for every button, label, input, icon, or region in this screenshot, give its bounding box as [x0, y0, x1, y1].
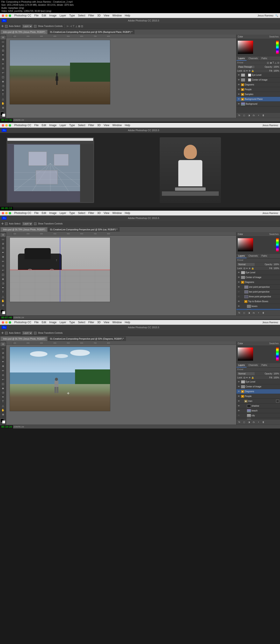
lock-transparent-icon[interactable]: ⊡: [244, 70, 245, 72]
menu-3d-3[interactable]: 3D: [97, 212, 101, 214]
blend-mode-select-1[interactable]: Pass Through: [237, 65, 255, 68]
menu-filter-2[interactable]: Filter: [88, 124, 94, 127]
vis-center-4[interactable]: 👁: [237, 385, 240, 388]
new-layer-btn[interactable]: +: [257, 114, 261, 117]
swatches-tab-3[interactable]: Swatches: [269, 233, 279, 236]
menu-3d-4[interactable]: 3D: [97, 321, 101, 324]
minimize-button[interactable]: [5, 14, 8, 17]
layer-boxes-3[interactable]: 👁 boxes: [237, 304, 280, 309]
layer-item-people-1[interactable]: 👁 ▶ People: [237, 87, 280, 92]
menu-3d[interactable]: 3D: [97, 14, 101, 17]
blend-mode-4[interactable]: Normal: [237, 372, 255, 375]
menu-3d-2[interactable]: 3D: [97, 124, 101, 127]
crop-tool-4[interactable]: ⊡: [0, 356, 6, 359]
tab-intro-1[interactable]: Intro.psd @ 56.79% (Jesus Photo, RGB/8*): [1, 30, 47, 34]
paths-tab-1[interactable]: Paths: [260, 56, 269, 61]
close-btn-3[interactable]: [2, 212, 4, 214]
vis-city-4[interactable]: 👁: [237, 414, 240, 417]
layer-beach-4[interactable]: 👁 beach: [237, 408, 280, 413]
color-swatches[interactable]: [0, 112, 6, 117]
layer-eye-4[interactable]: 👁 Eye Level: [237, 380, 280, 384]
min-btn-4[interactable]: [5, 321, 8, 324]
color-tab-3[interactable]: Color: [238, 233, 243, 236]
path-tool-3[interactable]: △: [0, 294, 6, 298]
lock-transparent-3[interactable]: ⊡: [244, 267, 245, 270]
min-btn-2[interactable]: [5, 124, 8, 126]
background-color[interactable]: [2, 114, 5, 117]
color-field-4[interactable]: [238, 348, 253, 361]
grad-tool-4[interactable]: ◈: [0, 386, 6, 390]
menu-file-3[interactable]: File: [34, 212, 38, 214]
align-center-h-icon[interactable]: ⊣: [69, 25, 72, 28]
menu-filter-3[interactable]: Filter: [88, 212, 94, 214]
tab-diagrams-4[interactable]: 01-CreativeLive-Compositing-Perspective.…: [48, 336, 126, 341]
menu-view[interactable]: View: [104, 14, 109, 17]
menu-type-2[interactable]: Type: [69, 124, 75, 127]
layer-visibility-center-1[interactable]: 👁: [237, 78, 240, 82]
hand-tool-3[interactable]: ✋: [0, 299, 6, 303]
vis-topbottom-3[interactable]: 👁: [237, 300, 240, 303]
lock-paint-3[interactable]: ✏: [246, 267, 248, 270]
filter-smart-icon[interactable]: ⊡: [277, 62, 279, 64]
fill-val-4[interactable]: 100%: [274, 376, 279, 379]
pen-tool-4[interactable]: ✒: [0, 395, 6, 399]
lock-move-3[interactable]: ✛: [249, 267, 251, 270]
new-btn-3[interactable]: +: [257, 311, 261, 315]
lock-move-icon[interactable]: ✛: [249, 70, 251, 72]
menu-file[interactable]: File: [34, 14, 38, 17]
move-tool[interactable]: ✛: [0, 36, 6, 40]
hue-slider-3[interactable]: [276, 238, 279, 252]
lock-t-4[interactable]: ⊡: [244, 376, 245, 379]
del-btn-3[interactable]: 🗑: [262, 311, 265, 315]
menu-window-4[interactable]: Window: [112, 321, 122, 324]
auto-select-cb-4[interactable]: [5, 332, 8, 334]
menu-file-4[interactable]: File: [34, 321, 38, 324]
layer-item-eye-level-1[interactable]: 👁 Eye Level: [237, 73, 280, 78]
max-btn-2[interactable]: [9, 124, 11, 126]
hand-tool[interactable]: ✋: [0, 102, 6, 105]
vis-beach-4[interactable]: 👁: [237, 409, 240, 412]
heal-tool-4[interactable]: ⊕: [0, 364, 6, 368]
auto-select-dd-4[interactable]: Layer: [22, 331, 32, 335]
layers-tab-4[interactable]: Layers: [237, 363, 247, 368]
text-tool-3[interactable]: T: [0, 290, 6, 294]
menu-edit-4[interactable]: Edit: [41, 321, 46, 324]
vis-diagrams-3[interactable]: 👁: [237, 281, 240, 284]
hist-tool-3[interactable]: ↩: [0, 268, 6, 272]
tab-intro-4[interactable]: Intro.psd @ 56.79% (Jesus Photo, RGB/8*): [1, 336, 47, 341]
color-swatches-4[interactable]: [0, 419, 6, 424]
channels-tab-4[interactable]: Channels: [247, 363, 260, 368]
swatches-tab-4[interactable]: Swatches: [269, 342, 279, 345]
filter-shape-icon[interactable]: △: [275, 62, 277, 64]
canvas-viewport-1[interactable]: [6, 38, 236, 118]
pen-tool[interactable]: ✒: [0, 88, 6, 92]
new-btn-4[interactable]: +: [257, 420, 261, 424]
menu-select-3[interactable]: Select: [78, 212, 85, 214]
vis-eye-3[interactable]: 👁: [237, 271, 240, 274]
menu-image[interactable]: Image: [49, 14, 56, 17]
lock-all-3[interactable]: 🔒: [251, 267, 254, 270]
auto-select-cb-3[interactable]: [5, 222, 8, 225]
color-picker-4[interactable]: [237, 346, 280, 363]
auto-select-checkbox[interactable]: [5, 25, 8, 28]
canvas-viewport-3[interactable]: T: [6, 236, 236, 315]
color-picker-3[interactable]: [237, 236, 280, 254]
color-field-3[interactable]: [238, 238, 253, 252]
vis-man-4[interactable]: 👁: [237, 400, 240, 403]
healing-tool[interactable]: ⊕: [0, 57, 6, 61]
eraser-tool[interactable]: ◫: [0, 75, 6, 79]
align-bottom-icon[interactable]: ⊡: [81, 25, 83, 28]
eyedropper-tool[interactable]: ✒: [0, 53, 6, 57]
blend-mode-3[interactable]: Normal: [237, 263, 255, 266]
lasso-tool-3[interactable]: ⊘: [0, 242, 6, 246]
layer-item-diagrams-1[interactable]: 👁 ▶ Diagrams: [237, 82, 280, 87]
menu-window[interactable]: Window: [112, 14, 122, 17]
menu-edit-2[interactable]: Edit: [41, 124, 46, 127]
search-icon[interactable]: 🔍: [275, 14, 278, 17]
layer-item-samples-1[interactable]: 👁 ▶ Samples: [237, 92, 280, 97]
layer-center-4[interactable]: 👁 Center of Image: [237, 384, 280, 389]
channels-tab-3[interactable]: Channels: [247, 254, 260, 258]
bg-color-4[interactable]: [2, 420, 5, 424]
mask-btn-3[interactable]: ◻: [242, 311, 246, 315]
add-mask-btn[interactable]: ◻: [242, 114, 246, 117]
